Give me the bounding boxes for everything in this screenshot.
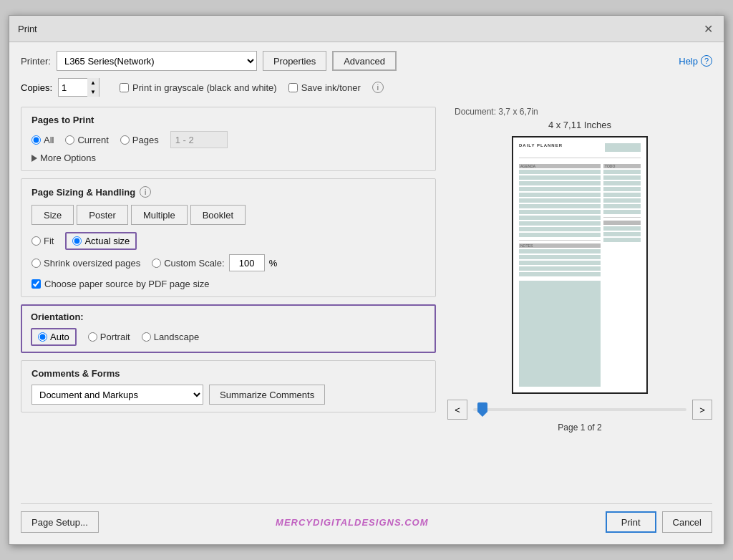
close-button[interactable]: ✕ [701,21,715,36]
pl13 [519,249,601,254]
pr9 [603,221,641,225]
page-sizing-title: Page Sizing & Handling [31,187,135,198]
landscape-radio[interactable] [142,332,151,342]
preview-title: DAILY PLANNER [519,143,563,148]
printer-select[interactable]: L365 Series(Network) [57,51,257,71]
portrait-radio[interactable] [88,332,97,342]
portrait-radio-label[interactable]: Portrait [88,332,130,342]
help-icon: ? [701,55,712,67]
pl4 [519,187,601,191]
shrink-radio-label[interactable]: Shrink oversized pages [31,258,140,269]
copies-row: Copies: ▲ ▼ Print in grayscale (black an… [21,78,712,97]
advanced-button[interactable]: Advanced [332,51,397,71]
preview-big-box [519,281,601,387]
copies-input[interactable] [59,79,87,96]
save-ink-label[interactable]: Save ink/toner [288,82,361,93]
pl12 [519,233,601,237]
auto-radio-label[interactable]: Auto [31,328,77,346]
pl5 [519,193,601,197]
landscape-radio-label[interactable]: Landscape [142,332,200,342]
grayscale-checkbox[interactable] [120,83,129,92]
pl8 [519,210,601,214]
print-button[interactable]: Print [606,511,656,533]
dialog-title: Print [18,24,37,34]
current-radio[interactable] [65,135,74,145]
custom-scale-radio[interactable] [152,259,161,268]
pages-to-print-section: Pages to Print All Current Pages [21,107,436,171]
info-icon[interactable]: i [372,82,384,93]
pl10 [519,221,601,226]
page-setup-button[interactable]: Page Setup... [21,511,99,533]
tab-multiple[interactable]: Multiple [131,205,188,225]
printer-row: Printer: L365 Series(Network) Properties… [21,51,712,71]
pr10 [603,226,641,231]
pages-to-print-title: Pages to Print [31,115,425,125]
save-ink-checkbox[interactable] [288,83,298,92]
custom-scale-radio-label[interactable]: Custom Scale: [152,258,225,269]
help-link[interactable]: Help ? [679,55,712,67]
grayscale-label[interactable]: Print in grayscale (black and white) [120,82,277,93]
page-sizing-info-icon[interactable]: i [140,186,151,198]
tab-poster[interactable]: Poster [77,205,128,225]
actual-size-radio-label[interactable]: Actual size [65,232,137,250]
fit-radio-label[interactable]: Fit [31,236,54,246]
copies-label: Copies: [21,82,52,93]
custom-scale-wrap: Custom Scale: % [152,254,277,271]
shrink-radio[interactable] [31,259,41,268]
cancel-button[interactable]: Cancel [662,511,712,533]
page-sizing-section: Page Sizing & Handling i Size Poster Mul… [21,178,436,297]
comments-forms-section: Comments & Forms Document and Markups Su… [21,360,436,412]
copies-input-wrap: ▲ ▼ [58,78,99,97]
prev-page-button[interactable]: < [447,400,467,420]
preview-header-box [605,143,641,152]
copies-down-button[interactable]: ▼ [87,87,99,97]
sizing-tabs: Size Poster Multiple Booklet [31,205,425,225]
page-slider-thumb [477,402,487,417]
pr1 [603,170,641,174]
pages-range-input[interactable] [170,131,228,148]
copies-up-button[interactable]: ▲ [87,78,99,87]
pages-row: All Current Pages [31,131,425,148]
scale-input[interactable] [229,254,265,271]
auto-radio[interactable] [38,332,47,342]
pl15 [519,261,601,265]
pl6 [519,198,601,203]
choose-paper-row: Choose paper source by PDF page size [31,279,425,289]
preview-right-sep [603,217,641,218]
pr11 [603,232,641,236]
preview-agenda-label: AGENDA [519,164,601,168]
comments-select[interactable]: Document and Markups [31,385,203,405]
page-size-text: 4 x 7,11 Inches [548,120,611,130]
pr5 [603,193,641,197]
current-radio-label[interactable]: Current [65,135,108,145]
more-options[interactable]: More Options [31,153,425,163]
pr4 [603,187,641,191]
pl7 [519,204,601,208]
preview-right-label: TODO [603,164,641,168]
preview-header: DAILY PLANNER [519,143,641,152]
actual-size-radio[interactable] [72,236,82,246]
content-area: Pages to Print All Current Pages [21,107,712,503]
pr3 [603,181,641,185]
all-radio[interactable] [31,135,41,145]
printer-label: Printer: [21,56,51,67]
summarize-comments-button[interactable]: Summarize Comments [209,385,325,405]
tab-size[interactable]: Size [31,205,74,225]
triangle-icon [31,155,37,162]
fit-radio[interactable] [31,236,41,246]
title-bar: Print ✕ [9,16,724,42]
pages-radio-label[interactable]: Pages [120,135,159,145]
pl9 [519,216,601,220]
next-page-button[interactable]: > [692,400,712,420]
pages-radio[interactable] [120,135,130,145]
properties-button[interactable]: Properties [263,51,326,71]
choose-paper-label[interactable]: Choose paper source by PDF page size [31,279,210,289]
preview-separator [519,158,641,158]
choose-paper-checkbox[interactable] [31,279,41,289]
page-slider[interactable] [473,408,686,411]
preview-left-content: AGENDA [519,164,601,387]
all-radio-label[interactable]: All [31,135,54,145]
tab-booklet[interactable]: Booklet [190,205,246,225]
sizing-row-2: Shrink oversized pages Custom Scale: % [31,254,425,271]
pl11 [519,227,601,231]
